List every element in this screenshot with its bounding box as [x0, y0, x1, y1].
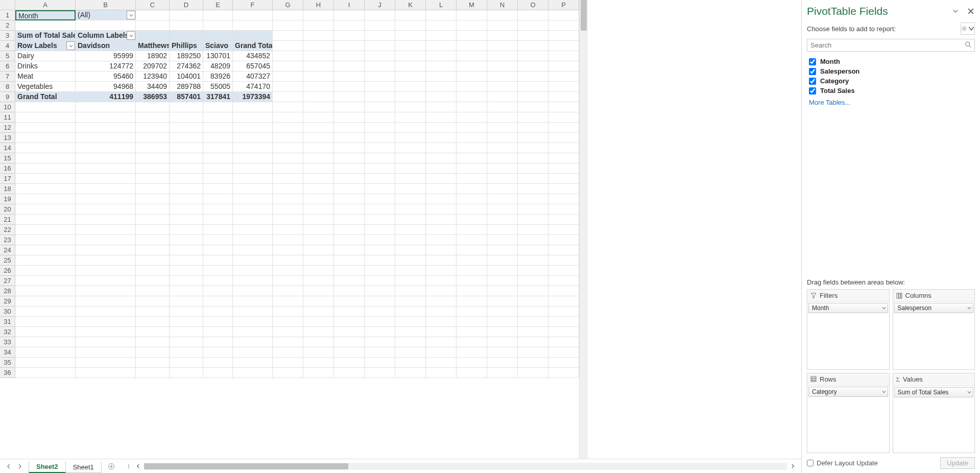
row-header-17[interactable]: 17 — [0, 174, 15, 184]
cell[interactable] — [426, 235, 457, 245]
cell[interactable] — [365, 255, 395, 266]
cell[interactable] — [548, 61, 579, 72]
cell[interactable] — [136, 296, 170, 306]
cell[interactable] — [76, 327, 136, 337]
cell[interactable] — [203, 123, 233, 133]
cell[interactable] — [170, 337, 203, 347]
cell[interactable] — [365, 51, 395, 61]
cell[interactable] — [76, 163, 136, 174]
cell[interactable] — [233, 225, 273, 235]
cell[interactable] — [487, 286, 518, 296]
cell[interactable] — [365, 306, 395, 317]
cell[interactable] — [457, 215, 487, 225]
cell[interactable] — [303, 317, 334, 327]
cell[interactable] — [487, 143, 518, 153]
cell[interactable] — [548, 286, 579, 296]
cell[interactable] — [15, 296, 76, 306]
cell[interactable] — [303, 184, 334, 194]
cell[interactable] — [76, 358, 136, 368]
cell[interactable] — [136, 174, 170, 184]
cell[interactable] — [76, 286, 136, 296]
cell[interactable] — [303, 41, 334, 51]
cell[interactable] — [395, 368, 426, 378]
cell[interactable] — [136, 286, 170, 296]
cell[interactable] — [395, 92, 426, 102]
cell[interactable] — [273, 327, 303, 337]
cell[interactable] — [203, 276, 233, 286]
cell[interactable] — [170, 317, 203, 327]
cell[interactable] — [395, 306, 426, 317]
cell[interactable] — [334, 72, 365, 82]
cell[interactable] — [303, 306, 334, 317]
cell[interactable] — [548, 41, 579, 51]
row-header-2[interactable]: 2 — [0, 20, 15, 31]
cell[interactable] — [273, 20, 303, 31]
cell[interactable] — [273, 174, 303, 184]
cell[interactable] — [457, 276, 487, 286]
row-header-24[interactable]: 24 — [0, 245, 15, 255]
cell[interactable] — [426, 174, 457, 184]
cell[interactable] — [15, 184, 76, 194]
cell[interactable]: 130701 — [203, 51, 233, 61]
cell[interactable] — [273, 347, 303, 358]
cell[interactable] — [233, 10, 273, 20]
cell[interactable] — [233, 123, 273, 133]
cell[interactable] — [395, 31, 426, 41]
cell[interactable] — [548, 317, 579, 327]
cell[interactable] — [76, 347, 136, 358]
cell[interactable] — [487, 276, 518, 286]
cell[interactable] — [395, 255, 426, 266]
cell[interactable] — [233, 215, 273, 225]
cell[interactable] — [487, 102, 518, 112]
cell[interactable] — [303, 123, 334, 133]
cell[interactable] — [426, 337, 457, 347]
field-checkbox[interactable] — [809, 87, 816, 94]
cell[interactable] — [548, 153, 579, 163]
cell[interactable] — [334, 215, 365, 225]
cell[interactable] — [457, 51, 487, 61]
cell[interactable] — [170, 266, 203, 276]
values-area[interactable]: ΣValues Sum of Total Sales — [893, 373, 975, 454]
cell[interactable] — [395, 133, 426, 143]
cell[interactable] — [518, 61, 548, 72]
cell[interactable] — [365, 20, 395, 31]
sheet-nav-prev[interactable] — [4, 462, 13, 471]
cell[interactable] — [548, 235, 579, 245]
cell[interactable] — [365, 204, 395, 215]
cell[interactable] — [548, 72, 579, 82]
cell[interactable] — [426, 306, 457, 317]
cell[interactable] — [334, 163, 365, 174]
cell[interactable] — [203, 184, 233, 194]
cell[interactable] — [518, 102, 548, 112]
cell[interactable] — [457, 306, 487, 317]
cell[interactable] — [365, 286, 395, 296]
cell[interactable] — [395, 102, 426, 112]
cell[interactable] — [136, 266, 170, 276]
cell[interactable] — [136, 20, 170, 31]
col-header-N[interactable]: N — [487, 0, 518, 10]
cell[interactable] — [334, 317, 365, 327]
cell[interactable] — [233, 31, 273, 41]
cell[interactable] — [334, 347, 365, 358]
cell[interactable] — [457, 153, 487, 163]
cell[interactable] — [365, 163, 395, 174]
cell[interactable] — [136, 123, 170, 133]
cell[interactable] — [203, 143, 233, 153]
cell[interactable] — [487, 51, 518, 61]
row-header-28[interactable]: 28 — [0, 286, 15, 296]
cell[interactable] — [334, 286, 365, 296]
cell[interactable] — [395, 51, 426, 61]
cell[interactable] — [365, 112, 395, 123]
cell[interactable] — [395, 266, 426, 276]
cell[interactable] — [303, 266, 334, 276]
cell[interactable] — [76, 184, 136, 194]
cell[interactable] — [395, 245, 426, 255]
cell[interactable] — [334, 41, 365, 51]
close-icon[interactable] — [967, 7, 975, 15]
cell[interactable] — [273, 245, 303, 255]
cell[interactable]: Phillips — [170, 41, 203, 51]
cell[interactable]: 55005 — [203, 82, 233, 92]
cell[interactable] — [518, 245, 548, 255]
cell[interactable] — [548, 276, 579, 286]
cell[interactable] — [334, 266, 365, 276]
